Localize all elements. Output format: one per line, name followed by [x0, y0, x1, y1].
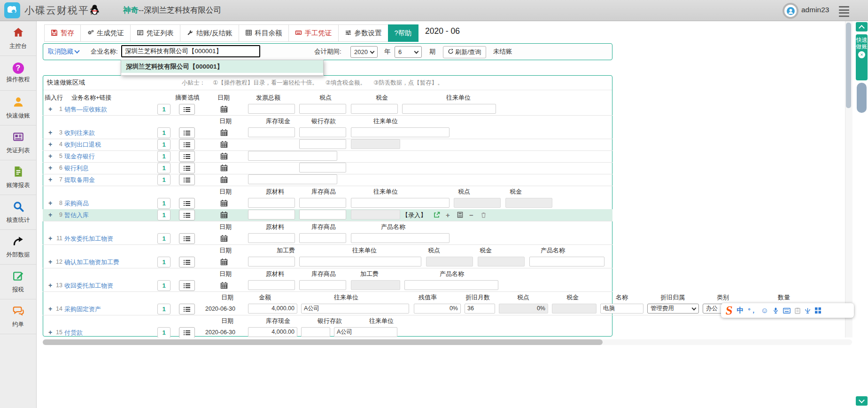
field-input[interactable]: 电脑: [600, 304, 643, 314]
business-name-link[interactable]: 付货款: [64, 327, 83, 337]
field-input[interactable]: [351, 198, 450, 208]
voucher-list-button[interactable]: 凭证列表: [130, 24, 180, 42]
entry-count-box[interactable]: 1: [157, 174, 170, 185]
field-input[interactable]: [248, 210, 295, 220]
calendar-icon[interactable]: [220, 258, 228, 266]
entry-count-box[interactable]: 1: [157, 127, 170, 138]
field-input[interactable]: [299, 198, 346, 208]
calendar-icon[interactable]: [220, 235, 228, 242]
user-avatar[interactable]: [783, 3, 798, 19]
export-icon[interactable]: [434, 212, 440, 219]
entry-count-box[interactable]: 1: [157, 198, 170, 209]
year-select[interactable]: 2020: [350, 46, 378, 58]
entry-count-box[interactable]: 1: [157, 327, 170, 337]
entry-count-box[interactable]: 1: [157, 163, 170, 173]
business-name-link[interactable]: 提取备用金: [64, 174, 95, 186]
scroll-top-button[interactable]: [856, 22, 868, 31]
entry-count-box[interactable]: 1: [157, 210, 170, 220]
business-name-link[interactable]: 外发委托加工物资: [64, 233, 113, 244]
business-name-link[interactable]: 销售—应收账款: [64, 103, 107, 115]
summary-select-button[interactable]: [179, 280, 195, 291]
calendar-icon[interactable]: [220, 176, 228, 183]
entry-count-box[interactable]: 1: [157, 233, 170, 244]
summary-select-button[interactable]: [179, 127, 195, 138]
field-input[interactable]: 36: [465, 304, 495, 314]
sidebar-item-external-data[interactable]: 外部数据: [0, 230, 36, 265]
business-name-link[interactable]: 收到出口退税: [64, 139, 101, 150]
field-input[interactable]: [351, 127, 450, 137]
field-input[interactable]: [299, 280, 346, 290]
field-input[interactable]: [299, 127, 346, 137]
insert-row-icon[interactable]: +: [48, 127, 52, 139]
calendar-icon[interactable]: [220, 129, 228, 136]
quick-accounting-float-widget[interactable]: 快速做账 ×: [856, 34, 868, 80]
calculator-icon[interactable]: [457, 212, 463, 219]
summary-select-button[interactable]: [179, 327, 195, 337]
business-name-link[interactable]: 采购商品: [64, 197, 89, 209]
entry-count-box[interactable]: 1: [157, 151, 170, 162]
field-input[interactable]: [248, 198, 295, 208]
sidebar-item-quick-account[interactable]: 快速做账: [0, 91, 36, 126]
field-input[interactable]: [299, 233, 346, 243]
field-input[interactable]: [248, 257, 295, 267]
insert-row-icon[interactable]: +: [48, 209, 52, 221]
insert-row-icon[interactable]: +: [48, 150, 52, 162]
trash-icon[interactable]: [480, 212, 487, 219]
entry-link[interactable]: 【录入】: [402, 209, 426, 221]
insert-row-icon[interactable]: +: [48, 303, 52, 315]
page-scrollbar-thumb[interactable]: [857, 83, 867, 113]
business-name-link[interactable]: 现金存银行: [64, 150, 95, 162]
menu-icon[interactable]: [839, 6, 849, 17]
field-input[interactable]: [248, 151, 337, 161]
sidebar-item-appointment[interactable]: 约单: [0, 299, 36, 334]
refresh-query-button[interactable]: 刷新/查询: [443, 46, 486, 58]
summary-select-button[interactable]: [179, 210, 195, 220]
summary-select-button[interactable]: [179, 174, 195, 185]
month-select[interactable]: 6: [395, 46, 422, 58]
unhide-toggle[interactable]: 取消隐藏: [48, 44, 79, 60]
microphone-icon[interactable]: [773, 307, 779, 314]
field-input[interactable]: [299, 210, 346, 220]
sidebar-item-tutorial[interactable]: ? 操作教程: [0, 56, 36, 91]
insert-row-icon[interactable]: +: [48, 233, 52, 244]
calendar-icon[interactable]: [220, 199, 228, 207]
save-draft-button[interactable]: 暂存: [44, 24, 81, 42]
emoji-icon[interactable]: ☺: [761, 306, 768, 315]
field-select[interactable]: 管理费用: [647, 304, 699, 314]
settings-button[interactable]: 参数设置: [338, 24, 388, 42]
business-name-link[interactable]: 银行利息: [64, 162, 89, 174]
clipboard-icon[interactable]: [795, 307, 800, 314]
entry-count-box[interactable]: 1: [157, 257, 170, 267]
calendar-icon[interactable]: [220, 152, 228, 160]
insert-row-icon[interactable]: +: [48, 327, 52, 337]
insert-row-icon[interactable]: +: [48, 103, 52, 115]
company-name-input[interactable]: [121, 45, 260, 57]
field-input[interactable]: A公司: [334, 327, 397, 337]
horizontal-scrollbar-thumb[interactable]: [43, 339, 603, 345]
calendar-icon[interactable]: [220, 164, 228, 172]
sidebar-item-voucher-list[interactable]: 凭证列表: [0, 126, 36, 160]
insert-row-icon[interactable]: +: [48, 197, 52, 209]
field-input[interactable]: [529, 257, 604, 267]
calendar-icon[interactable]: [220, 141, 228, 148]
insert-row-icon[interactable]: +: [48, 256, 52, 268]
summary-select-button[interactable]: [179, 233, 195, 244]
business-name-link[interactable]: 收回委托加工物资: [64, 280, 113, 291]
entry-count-box[interactable]: 1: [157, 304, 170, 314]
business-name-link[interactable]: 采购固定资产: [64, 303, 101, 315]
calendar-icon[interactable]: [220, 105, 228, 113]
field-input[interactable]: 4,000.00: [248, 304, 297, 314]
summary-select-button[interactable]: [179, 198, 195, 209]
keyboard-icon[interactable]: [783, 308, 790, 314]
punctuation-icon[interactable]: °，: [748, 306, 756, 315]
business-name-link[interactable]: 暂估入库: [64, 209, 89, 221]
entry-count-box[interactable]: 1: [157, 104, 170, 115]
field-input[interactable]: A公司: [301, 304, 409, 314]
vertical-scrollbar-thumb[interactable]: [846, 23, 851, 108]
field-input[interactable]: [299, 104, 346, 114]
field-input[interactable]: [404, 280, 498, 290]
field-input[interactable]: [248, 233, 295, 243]
field-input[interactable]: [248, 280, 295, 290]
field-input[interactable]: [402, 104, 496, 114]
field-input[interactable]: 4,000.00: [248, 327, 297, 337]
